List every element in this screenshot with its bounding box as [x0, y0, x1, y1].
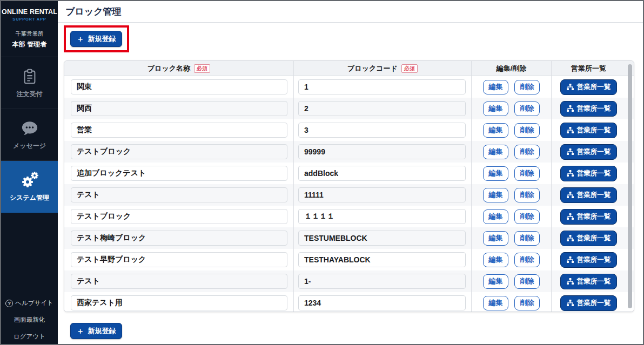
block-name-input[interactable] — [71, 252, 287, 267]
block-code-input[interactable] — [298, 123, 466, 138]
edit-button[interactable]: 編集 — [483, 123, 508, 138]
block-name-input[interactable] — [71, 79, 287, 94]
office-list-button[interactable]: 営業所一覧 — [560, 166, 618, 181]
block-code-cell — [294, 184, 472, 206]
block-code-input[interactable] — [298, 209, 466, 224]
edit-delete-cell: 編集 削除 — [472, 270, 552, 292]
block-name-cell — [64, 98, 294, 119]
edit-delete-cell: 編集 削除 — [472, 292, 552, 312]
block-code-input[interactable] — [298, 295, 466, 310]
block-code-input[interactable] — [298, 231, 466, 246]
office-list-cell: 営業所一覧 — [552, 270, 626, 292]
office-list-button[interactable]: 営業所一覧 — [560, 187, 618, 203]
block-name-input[interactable] — [71, 166, 287, 181]
office-list-button-label: 営業所一覧 — [577, 255, 611, 265]
edit-button[interactable]: 編集 — [483, 80, 508, 94]
block-name-cell — [64, 292, 294, 312]
block-name-cell — [64, 163, 294, 184]
table-row: 編集 削除 — [64, 292, 634, 312]
block-name-cell — [64, 270, 294, 292]
sidebar-item-system-admin[interactable]: システム管理 — [1, 161, 58, 213]
block-code-input[interactable] — [298, 187, 466, 202]
office-list-button-label: 営業所一覧 — [577, 126, 611, 135]
office-list-button[interactable]: 営業所一覧 — [560, 231, 618, 246]
delete-button[interactable]: 削除 — [514, 145, 540, 159]
block-name-input[interactable] — [71, 274, 287, 289]
office-list-button[interactable]: 営業所一覧 — [560, 274, 618, 289]
office-list-cell: 営業所一覧 — [552, 227, 626, 249]
office-list-button-label: 営業所一覧 — [577, 83, 611, 92]
office-list-button[interactable]: 営業所一覧 — [560, 79, 618, 95]
edit-button[interactable]: 編集 — [483, 274, 508, 289]
office-list-button[interactable]: 営業所一覧 — [560, 123, 618, 138]
table-scrollbar-thumb[interactable] — [628, 64, 632, 308]
table-row: 編集 削除 — [64, 141, 634, 163]
office-list-button-label: 営業所一覧 — [577, 147, 611, 157]
block-name-input[interactable] — [71, 209, 287, 224]
delete-button[interactable]: 削除 — [514, 253, 540, 267]
block-code-input[interactable] — [298, 252, 466, 267]
delete-button[interactable]: 削除 — [514, 274, 540, 289]
block-name-input[interactable] — [71, 144, 287, 159]
edit-delete-cell: 編集 削除 — [472, 227, 552, 249]
sidebar: ONLINE RENTAL SUPPORT APP 千葉営業所 本部 管理者 注… — [1, 1, 58, 344]
sitemap-icon — [567, 235, 574, 241]
block-code-cell — [294, 227, 472, 249]
new-register-button-bottom[interactable]: ＋ 新規登録 — [70, 323, 122, 339]
delete-button[interactable]: 削除 — [514, 231, 540, 246]
office-list-button[interactable]: 営業所一覧 — [560, 295, 618, 311]
delete-button[interactable]: 削除 — [514, 80, 540, 94]
block-name-cell — [64, 119, 294, 141]
delete-button[interactable]: 削除 — [514, 296, 540, 310]
table-row: 編集 削除 — [64, 98, 634, 119]
block-code-cell — [294, 206, 472, 227]
block-code-input[interactable] — [298, 79, 466, 94]
block-code-input[interactable] — [298, 144, 466, 159]
logout-link[interactable]: ログアウト — [14, 333, 45, 341]
edit-button[interactable]: 編集 — [483, 231, 508, 246]
office-list-button-label: 営業所一覧 — [577, 299, 611, 308]
edit-button[interactable]: 編集 — [483, 209, 508, 224]
edit-button[interactable]: 編集 — [483, 102, 508, 116]
edit-button[interactable]: 編集 — [483, 253, 508, 267]
office-list-button[interactable]: 営業所一覧 — [560, 144, 618, 160]
screen-refresh-link[interactable]: 画面最新化 — [14, 316, 45, 324]
edit-button[interactable]: 編集 — [483, 145, 508, 159]
page-header: ブロック管理 — [58, 1, 643, 23]
sitemap-icon — [567, 300, 574, 306]
sitemap-icon — [567, 84, 574, 90]
block-code-input[interactable] — [298, 166, 466, 181]
sidebar-item-messages[interactable]: メッセージ — [1, 109, 58, 161]
office-list-button-label: 営業所一覧 — [577, 191, 611, 200]
sidebar-nav: 注文受付 メッセージ — [1, 57, 58, 213]
delete-button[interactable]: 削除 — [514, 102, 540, 116]
edit-button[interactable]: 編集 — [483, 296, 508, 310]
block-name-input[interactable] — [71, 123, 287, 138]
block-name-input[interactable] — [71, 231, 287, 246]
block-name-input[interactable] — [71, 101, 287, 116]
block-name-input[interactable] — [71, 295, 287, 310]
block-code-input[interactable] — [298, 274, 466, 289]
new-register-button-top[interactable]: ＋ 新規登録 — [70, 31, 122, 47]
delete-button[interactable]: 削除 — [514, 209, 540, 224]
office-list-cell: 営業所一覧 — [552, 141, 626, 163]
office-list-button[interactable]: 営業所一覧 — [560, 209, 618, 225]
block-code-input[interactable] — [298, 101, 466, 116]
table-scrollbar-track[interactable] — [626, 61, 634, 312]
app-logo-line1: ONLINE RENTAL — [1, 8, 58, 16]
help-site-link[interactable]: ? ヘルプサイト — [5, 299, 53, 307]
office-list-button[interactable]: 営業所一覧 — [560, 101, 618, 117]
logout-label: ログアウト — [14, 333, 45, 341]
delete-button[interactable]: 削除 — [514, 166, 540, 181]
column-header-block-name: ブロック名称 必須 — [64, 61, 294, 76]
sidebar-item-orders[interactable]: 注文受付 — [1, 57, 58, 109]
delete-button[interactable]: 削除 — [514, 123, 540, 138]
question-circle-icon: ? — [5, 300, 13, 307]
app-logo: ONLINE RENTAL SUPPORT APP — [1, 1, 58, 22]
delete-button[interactable]: 削除 — [514, 188, 540, 202]
edit-button[interactable]: 編集 — [483, 188, 508, 202]
edit-button[interactable]: 編集 — [483, 166, 508, 181]
block-name-input[interactable] — [71, 187, 287, 202]
office-list-button[interactable]: 営業所一覧 — [560, 252, 618, 268]
sitemap-icon — [567, 127, 574, 133]
